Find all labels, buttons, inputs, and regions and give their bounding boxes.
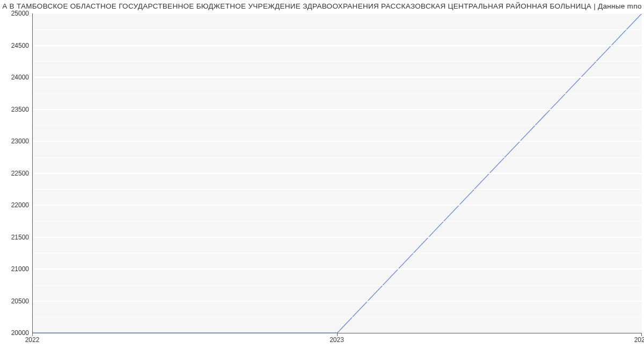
y-minor-gridline — [33, 285, 642, 286]
y-gridline — [33, 237, 642, 238]
x-tick-label: 2024 — [634, 336, 644, 344]
x-tick-mark — [641, 333, 642, 336]
y-tick-label: 20000 — [11, 329, 29, 337]
y-gridline — [33, 268, 642, 270]
y-tick-label: 21000 — [11, 265, 29, 273]
y-gridline — [33, 205, 642, 206]
x-tick-label: 2022 — [25, 336, 40, 344]
y-tick-label: 21500 — [11, 234, 29, 241]
y-minor-gridline — [33, 317, 642, 317]
x-tick-mark — [32, 333, 33, 336]
y-tick-label: 22500 — [11, 170, 29, 177]
y-gridline — [33, 301, 642, 302]
y-tick-label: 23000 — [11, 137, 29, 145]
y-gridline — [33, 141, 642, 142]
y-tick-label: 25000 — [11, 10, 29, 17]
y-minor-gridline — [33, 253, 642, 253]
y-minor-gridline — [33, 125, 642, 126]
plot-area — [32, 13, 642, 333]
y-minor-gridline — [33, 189, 642, 190]
y-minor-gridline — [33, 221, 642, 222]
y-gridline — [33, 13, 642, 14]
y-tick-label: 23500 — [11, 106, 29, 113]
y-tick-label: 24500 — [11, 42, 29, 49]
y-minor-gridline — [33, 30, 642, 30]
y-gridline — [33, 173, 642, 174]
y-minor-gridline — [33, 61, 642, 62]
y-tick-label: 20500 — [11, 297, 29, 305]
chart-title: А В ТАМБОВСКОЕ ОБЛАСТНОЕ ГОСУДАРСТВЕННОЕ… — [0, 2, 644, 10]
x-tick-label: 2023 — [330, 336, 344, 344]
y-minor-gridline — [33, 157, 642, 158]
y-gridline — [33, 77, 642, 78]
y-tick-label: 24000 — [11, 74, 29, 81]
y-gridline — [33, 45, 642, 46]
y-tick-label: 22000 — [11, 201, 29, 209]
y-minor-gridline — [33, 93, 642, 94]
x-tick-mark — [337, 333, 338, 336]
y-gridline — [33, 109, 642, 110]
